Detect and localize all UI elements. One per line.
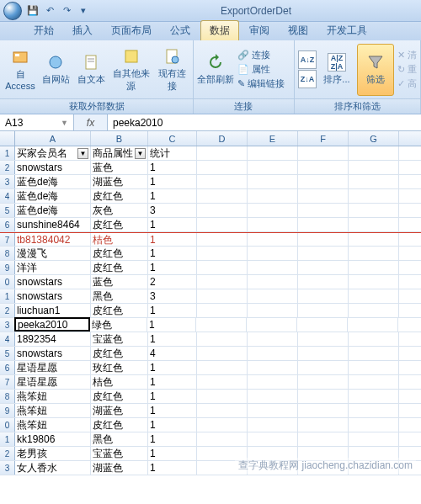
cell-count[interactable]: 1 [148,461,197,475]
col-header-g[interactable]: G [349,131,399,146]
cell[interactable] [248,161,298,174]
col-header-b[interactable]: B [91,131,148,146]
cell[interactable] [349,233,399,246]
cell-member[interactable]: 1892354 [15,332,91,346]
cell-attr[interactable]: 宝蓝色 [91,447,148,460]
cell-member[interactable]: sunshine8464 [15,218,91,231]
sort-desc-icon[interactable]: Z↓A [298,70,317,88]
cell[interactable] [298,332,349,346]
cell-member[interactable]: 燕笨妞 [15,404,91,417]
cell-member[interactable]: snowstars [15,161,91,174]
row-header[interactable]: 7 [0,375,15,389]
cell[interactable] [349,204,399,217]
cell-attr[interactable]: 桔色 [91,233,148,246]
col-header-e[interactable]: E [248,131,298,146]
cell-member[interactable]: 蓝色de海 [15,189,91,203]
cell[interactable] [197,261,248,274]
tab-view[interactable]: 视图 [280,21,317,40]
col-header-d[interactable]: D [197,131,248,146]
cell[interactable] [349,332,399,346]
formula-input[interactable]: peeka2010 [108,114,421,130]
cell-count[interactable]: 1 [148,404,197,417]
cell[interactable] [298,390,349,403]
cell[interactable] [197,189,248,203]
cell[interactable] [197,332,248,346]
cell[interactable] [298,304,349,317]
cell[interactable] [298,347,349,360]
cell-count[interactable]: 1 [148,233,197,246]
cell-attr[interactable]: 皮红色 [91,218,148,231]
cell[interactable] [298,247,349,260]
cell[interactable] [349,189,399,203]
cell-attr[interactable]: 湖蓝色 [91,404,148,417]
cell-member[interactable]: 女人香水 [15,461,91,475]
row-header[interactable]: 1 [0,432,15,446]
cell-attr[interactable]: 蓝色 [91,275,148,289]
cell[interactable] [349,375,399,389]
cell[interactable] [298,375,349,389]
cell[interactable] [197,447,248,460]
cell[interactable] [248,261,298,274]
cell[interactable] [248,304,298,317]
cell[interactable] [349,247,399,260]
cell-attr[interactable]: 皮红色 [91,304,148,317]
cell-attr[interactable]: 皮红色 [91,390,148,403]
row-header[interactable]: 4 [0,189,15,203]
cell[interactable] [248,218,298,231]
cell[interactable] [297,318,348,332]
cell[interactable] [349,304,399,317]
cell[interactable] [298,447,349,460]
cell[interactable] [197,289,248,303]
undo-icon[interactable]: ↶ [42,3,57,19]
cell-member[interactable]: peeka2010 [14,317,90,332]
cell-member[interactable]: snowstars [15,289,91,303]
cell-attr[interactable]: 皮红色 [91,261,148,274]
cell[interactable] [248,247,298,260]
fx-button[interactable]: fx [74,114,108,130]
cell[interactable] [248,289,298,303]
cell-count[interactable]: 1 [148,390,197,403]
cell[interactable] [298,418,349,432]
cell[interactable] [298,233,349,246]
cell[interactable] [349,361,399,374]
cell-attr[interactable]: 皮红色 [91,189,148,203]
connections-link[interactable]: 🔗连接 [237,49,285,61]
cell[interactable] [349,461,399,475]
cell-member[interactable]: 燕笨妞 [15,390,91,403]
cell-count[interactable]: 1 [148,375,197,389]
cell[interactable] [248,146,298,160]
cell-count[interactable]: 1 [148,432,197,446]
existing-conn-button[interactable]: 现有连接 [154,44,189,96]
cell[interactable] [248,404,298,417]
filter-dropdown-icon[interactable]: ▼ [135,148,146,159]
cell[interactable] [197,418,248,432]
cell[interactable] [298,461,349,475]
from-web-button[interactable]: 自网站 [39,44,72,96]
cell[interactable] [248,189,298,203]
cell[interactable] [248,375,298,389]
row-header[interactable]: 7 [0,233,15,246]
cell-member[interactable]: snowstars [15,275,91,289]
cell[interactable] [298,146,349,160]
cell[interactable] [248,461,298,475]
cell[interactable] [349,275,399,289]
cell[interactable] [197,432,248,446]
row-header[interactable]: 8 [0,390,15,403]
row-header[interactable]: 1 [0,146,15,160]
cell-member[interactable]: 蓝色de海 [15,175,91,188]
cell[interactable] [349,218,399,231]
cell[interactable] [197,175,248,188]
cell-attr[interactable]: 黑色 [91,432,148,446]
tab-formulas[interactable]: 公式 [162,21,199,40]
cell-attr[interactable]: 绿色 [90,318,147,332]
row-header[interactable]: 3 [0,175,15,188]
cell-member[interactable]: 洋洋 [15,261,91,274]
cell-count[interactable]: 1 [148,304,197,317]
cell-member[interactable]: 燕笨妞 [15,418,91,432]
cell[interactable] [298,161,349,174]
cell[interactable] [348,318,398,332]
row-header[interactable]: 6 [0,218,15,231]
cell[interactable] [197,304,248,317]
cell[interactable] [349,289,399,303]
cell-attr[interactable]: 皮红色 [91,347,148,360]
